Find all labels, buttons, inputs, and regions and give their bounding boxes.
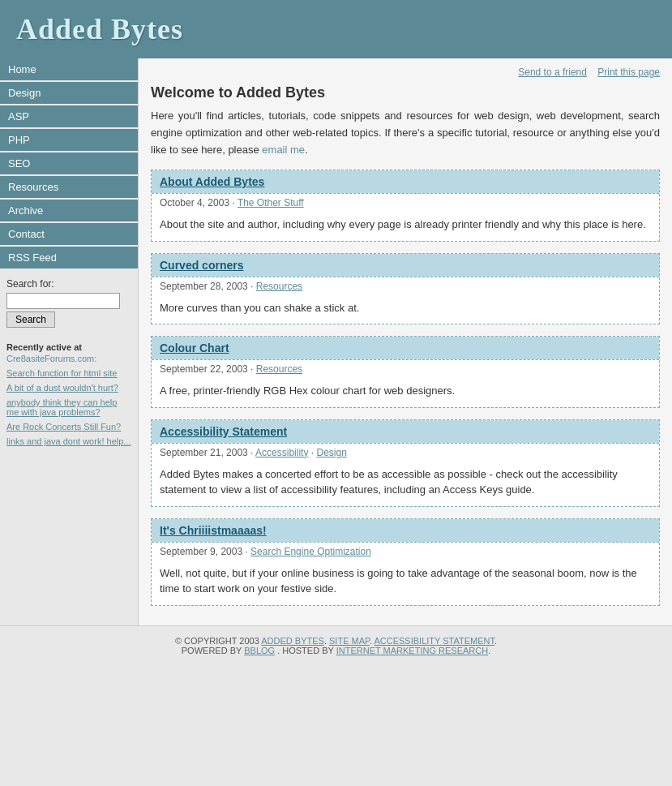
sidebar-item-seo[interactable]: SEO xyxy=(0,152,138,174)
article-title-link[interactable]: Curved corners xyxy=(160,259,243,272)
sidebar-item-asp[interactable]: ASP xyxy=(0,105,138,127)
search-area: Search for: Search xyxy=(0,270,138,336)
article-body: Added Bytes makes a concerted effort to … xyxy=(152,462,659,506)
article-title-link[interactable]: About Added Bytes xyxy=(160,175,264,188)
footer-hosted-by: . HOSTED BY xyxy=(277,646,333,655)
sidebar-item-contact[interactable]: Contact xyxy=(0,223,138,245)
article-card: Curved cornersSeptember 28, 2003 · Resou… xyxy=(151,253,660,325)
article-date: September 9, 2003 · xyxy=(160,546,250,557)
article-card: Colour ChartSeptember 22, 2003 · Resourc… xyxy=(151,336,660,408)
article-category-link[interactable]: Search Engine Optimization xyxy=(250,546,371,557)
footer-site-map[interactable]: SITE MAP xyxy=(329,636,370,646)
sidebar-item-home[interactable]: Home xyxy=(0,58,138,80)
footer-added-bytes[interactable]: ADDED BYTES xyxy=(261,636,324,646)
article-date: September 28, 2003 · xyxy=(160,281,256,292)
search-button[interactable]: Search xyxy=(6,311,55,328)
logo: Added Bytes xyxy=(16,12,656,46)
sidebar: HomeDesignASPPHPSEOResourcesArchiveConta… xyxy=(0,58,138,625)
send-to-friend-link[interactable]: Send to a friend xyxy=(518,67,587,78)
top-actions: Send to a friend Print this page xyxy=(151,67,660,78)
article-body: Well, not quite, but if your online busi… xyxy=(152,561,659,605)
welcome-section: Welcome to Added Bytes Here you'll find … xyxy=(151,84,660,158)
article-category-link[interactable]: The Other Stuff xyxy=(238,197,304,208)
article-category-link[interactable]: Accessibility xyxy=(255,447,308,458)
recent-item-link[interactable]: links and java dont work! help... xyxy=(6,436,131,446)
footer-accessibility[interactable]: ACCESSIBILITY STATEMENT xyxy=(374,636,494,646)
sidebar-item-design[interactable]: Design xyxy=(0,82,138,104)
article-body: More curves than you can shake a stick a… xyxy=(152,295,659,324)
nav-section: HomeDesignASPPHPSEOResourcesArchiveConta… xyxy=(0,58,138,268)
article-meta: September 21, 2003 · Accessibility · Des… xyxy=(152,443,659,462)
article-category-link[interactable]: Resources xyxy=(256,281,302,292)
article-card: About Added BytesOctober 4, 2003 · The O… xyxy=(151,170,660,242)
article-title-bar: It's Chriiiistmaaaas! xyxy=(152,519,659,542)
article-title-bar: Colour Chart xyxy=(152,337,659,359)
footer-powered-by: POWERED BY xyxy=(182,646,242,655)
article-title-link[interactable]: Colour Chart xyxy=(160,341,229,354)
sidebar-item-rss[interactable]: RSS Feed xyxy=(0,247,138,268)
article-title-link[interactable]: It's Chriiiistmaaaas! xyxy=(160,524,267,537)
article-body: A free, printer-friendly RGB Hex colour … xyxy=(152,378,659,407)
print-page-link[interactable]: Print this page xyxy=(597,67,660,78)
article-card: Accessibility StatementSeptember 21, 200… xyxy=(151,419,660,507)
recent-item-link[interactable]: Search function for html site xyxy=(6,368,117,378)
article-date: October 4, 2003 · xyxy=(160,197,238,208)
article-title-link[interactable]: Accessibility Statement xyxy=(160,425,287,438)
article-meta: September 9, 2003 · Search Engine Optimi… xyxy=(152,542,659,561)
welcome-title: Welcome to Added Bytes xyxy=(151,84,660,101)
article-card: It's Chriiiistmaaaas!September 9, 2003 ·… xyxy=(151,518,660,606)
main-content: Send to a friend Print this page Welcome… xyxy=(138,58,672,625)
footer-copyright: © COPYRIGHT 2003 xyxy=(175,636,259,646)
sidebar-item-archive[interactable]: Archive xyxy=(0,200,138,221)
article-category-link[interactable]: Resources xyxy=(256,363,302,375)
article-body: About the site and author, including why… xyxy=(152,212,659,241)
welcome-body: Here you'll find articles, tutorials, co… xyxy=(151,108,660,158)
article-meta: October 4, 2003 · The Other Stuff xyxy=(152,193,659,212)
recently-active: Recently active at Cre8asiteForums.com: … xyxy=(0,336,138,457)
sidebar-item-php[interactable]: PHP xyxy=(0,129,138,151)
article-title-bar: Accessibility Statement xyxy=(152,420,659,443)
header: Added Bytes xyxy=(0,0,672,58)
footer-internet-marketing[interactable]: INTERNET MARKETING RESEARCH xyxy=(336,646,488,655)
search-input[interactable] xyxy=(6,293,120,309)
article-title-bar: Curved corners xyxy=(152,254,659,277)
article-meta: September 28, 2003 · Resources xyxy=(152,277,659,295)
recently-active-site: Cre8asiteForums.com: xyxy=(6,354,131,363)
recently-active-title: Recently active at xyxy=(6,342,131,352)
article-meta: September 22, 2003 · Resources xyxy=(152,359,659,378)
article-title-bar: About Added Bytes xyxy=(152,170,659,193)
recent-item-link[interactable]: A bit of a dust wouldn't hurt? xyxy=(6,383,118,393)
email-link[interactable]: email me xyxy=(262,144,305,156)
recent-item: Are Rock Concerts Still Fun? xyxy=(6,422,131,432)
recent-item: Search function for html site xyxy=(6,368,131,378)
article-category-link[interactable]: Design xyxy=(316,447,346,458)
footer-bblog[interactable]: BBLOG xyxy=(244,646,275,655)
recent-item-link[interactable]: anybody think they can help me with java… xyxy=(6,397,117,417)
article-date: September 22, 2003 · xyxy=(160,363,256,375)
search-label: Search for: xyxy=(6,278,131,290)
recent-item-link[interactable]: Are Rock Concerts Still Fun? xyxy=(6,422,121,432)
recent-item: A bit of a dust wouldn't hurt? xyxy=(6,383,131,393)
footer: © COPYRIGHT 2003 ADDED BYTES. SITE MAP. … xyxy=(0,625,672,665)
content-area: HomeDesignASPPHPSEOResourcesArchiveConta… xyxy=(0,58,672,625)
recent-item: links and java dont work! help... xyxy=(6,436,131,446)
sidebar-item-resources[interactable]: Resources xyxy=(0,176,138,198)
recent-item: anybody think they can help me with java… xyxy=(6,397,131,417)
